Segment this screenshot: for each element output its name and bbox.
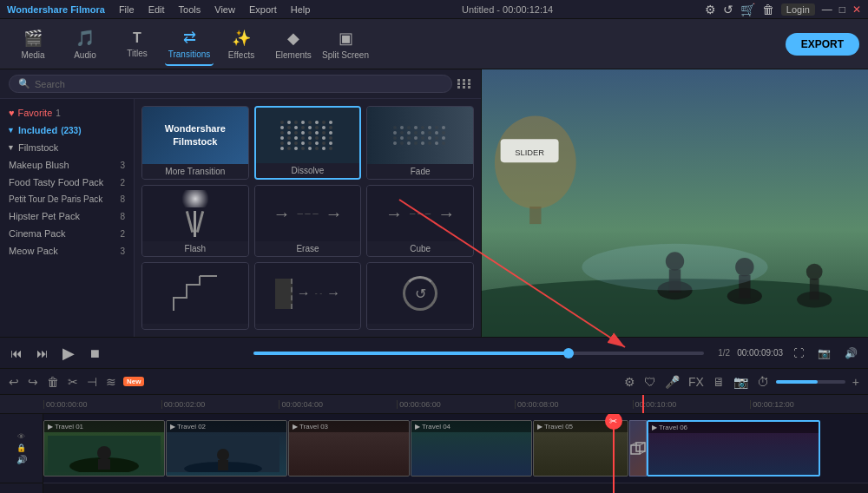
svg-rect-26: [636, 443, 645, 451]
transition-steps[interactable]: [141, 262, 249, 330]
transition-spin[interactable]: ↺: [366, 262, 474, 330]
skip-back-button[interactable]: ⏮: [7, 345, 26, 362]
clip-travel-02[interactable]: ▶ Travel 02: [166, 420, 287, 477]
toolbar-media[interactable]: 🎬 Media: [9, 23, 57, 66]
flash-lines-container: [178, 190, 213, 237]
filmstock-label: Filmstock: [18, 142, 58, 153]
dissolve-thumb: [256, 108, 360, 163]
preview-progress-handle[interactable]: [563, 348, 574, 358]
transition-cube[interactable]: → ─ ─ ─ → Cube: [366, 185, 474, 257]
stop-button[interactable]: ⏹: [85, 345, 104, 362]
transition-cube-timeline[interactable]: [629, 420, 647, 477]
fade-thumb: [367, 107, 473, 164]
eye-icon[interactable]: 👁: [17, 432, 25, 441]
menu-file[interactable]: File: [119, 4, 135, 15]
lock-icon[interactable]: 🔒: [16, 444, 26, 452]
zoom-slider[interactable]: [776, 380, 845, 384]
maximize-icon[interactable]: □: [839, 3, 845, 16]
zoom-in-button[interactable]: +: [851, 373, 861, 391]
menu-view[interactable]: View: [214, 4, 235, 15]
sidebar-item-makeup-blush[interactable]: Makeup Blush 3: [0, 156, 134, 174]
video-track[interactable]: ▶ Travel 01: [43, 414, 868, 483]
shield-button[interactable]: 🛡: [642, 373, 658, 391]
cut-button[interactable]: ✂: [66, 373, 80, 391]
refresh-icon[interactable]: ↺: [723, 3, 733, 16]
sidebar-item-meow-pack[interactable]: Meow Pack 3: [0, 242, 134, 260]
steps-thumb: [142, 263, 248, 324]
clip-travel-01[interactable]: ▶ Travel 01: [43, 420, 165, 477]
audio-wave-button[interactable]: ≋: [104, 373, 118, 391]
minimize-icon[interactable]: —: [822, 3, 832, 16]
toolbar-media-label: Media: [21, 50, 44, 60]
menu-export[interactable]: Export: [249, 4, 277, 15]
monitor-button[interactable]: 🖥: [711, 373, 727, 391]
spin-label: [367, 324, 473, 329]
toolbar-elements-label: Elements: [275, 50, 312, 60]
clip-travel-04[interactable]: ▶ Travel 04: [411, 420, 532, 477]
sidebar-item-paris-pack[interactable]: Petit Tour De Paris Pack 8: [0, 191, 134, 207]
menu-help[interactable]: Help: [291, 4, 311, 15]
play-button[interactable]: ▶: [59, 342, 78, 365]
export-button[interactable]: EXPORT: [786, 33, 859, 56]
clip-01-label: Travel 01: [55, 423, 83, 431]
clip-travel-03[interactable]: ▶ Travel 03: [288, 420, 410, 477]
clip-02-label: Travel 02: [177, 423, 206, 431]
sidebar-item-hipster-pack[interactable]: Hipster Pet Pack 8: [0, 207, 134, 225]
menu-tools[interactable]: Tools: [179, 4, 201, 15]
clock-button[interactable]: ⏱: [755, 373, 771, 391]
toolbar-transitions[interactable]: ⇄ Transitions: [165, 23, 214, 66]
preview-progress-bar[interactable]: [253, 352, 705, 355]
sidebar-item-cinema-pack[interactable]: Cinema Pack 2: [0, 225, 134, 242]
login-button[interactable]: Login: [781, 3, 815, 16]
cube-label: Cube: [367, 241, 473, 256]
settings2-button[interactable]: ⚙: [622, 373, 637, 391]
toolbar-split-screen[interactable]: ▣ Split Screen: [321, 23, 370, 66]
volume-button[interactable]: 🔊: [841, 345, 861, 361]
transition-flash[interactable]: Flash: [141, 185, 249, 257]
transition-erase[interactable]: → ─ ─ ─ → Erase: [254, 185, 362, 257]
toolbar-audio[interactable]: 🎵 Audio: [61, 23, 109, 66]
delete-button[interactable]: 🗑: [45, 373, 61, 391]
transition-more[interactable]: WondershareFilmstock More Transition: [141, 106, 249, 180]
cart-icon[interactable]: 🛒: [740, 3, 755, 16]
audio-track-label: ≋: [0, 483, 43, 493]
settings-icon[interactable]: ⚙: [705, 3, 716, 16]
clip-06-label: Travel 06: [659, 424, 687, 431]
ruler-mark-5: 00:00:10:00: [633, 400, 751, 409]
favorite-label: Favorite: [18, 108, 53, 118]
redo-button[interactable]: ↪: [26, 373, 40, 391]
camera-button[interactable]: 📷: [732, 373, 750, 391]
clip-travel-06[interactable]: ▶ Travel 06: [647, 420, 820, 477]
transition-dissolve[interactable]: Dissolve: [254, 106, 362, 180]
frame-back-button[interactable]: ⏭: [33, 345, 52, 362]
fullscreen-button[interactable]: ⛶: [790, 345, 807, 361]
sidebar-item-included[interactable]: ▼ Included (233): [0, 122, 134, 139]
sidebar-filmstock-section[interactable]: ▼ Filmstock: [0, 139, 134, 156]
menu-edit[interactable]: Edit: [148, 4, 165, 15]
mic-button[interactable]: 🎤: [663, 373, 681, 391]
sidebar-item-favorite[interactable]: ♥ Favorite 1: [0, 104, 134, 122]
split-button[interactable]: ⊣: [85, 373, 99, 391]
close-icon[interactable]: ✕: [852, 3, 861, 16]
trash-icon[interactable]: 🗑: [762, 3, 774, 16]
undo-button[interactable]: ↩: [7, 373, 21, 391]
search-box[interactable]: 🔍 Search: [9, 75, 452, 93]
fx-button[interactable]: FX: [687, 373, 706, 391]
toolbar: 🎬 Media 🎵 Audio T Titles ⇄ Transitions ✨…: [0, 19, 868, 69]
transition-wipe[interactable]: → - - →: [254, 262, 362, 330]
play-icon-01: ▶: [48, 423, 53, 431]
toolbar-titles[interactable]: T Titles: [113, 23, 161, 66]
audio-track-icon[interactable]: 🔊: [16, 455, 27, 464]
toolbar-effects[interactable]: ✨ Effects: [217, 23, 266, 66]
snapshot-button[interactable]: 📷: [814, 345, 834, 361]
transition-fade[interactable]: Fade: [366, 106, 474, 180]
paris-pack-count: 8: [120, 194, 125, 204]
zoom-fill: [776, 380, 818, 384]
toolbar-elements[interactable]: ◆ Elements: [269, 23, 318, 66]
expand-arrow-icon: ▼: [7, 126, 15, 135]
grid-view-icon[interactable]: [457, 79, 472, 89]
audio-track[interactable]: [43, 483, 868, 493]
sidebar-item-food-pack[interactable]: Food Tasty Food Pack 2: [0, 174, 134, 191]
dissolve-pattern: [280, 121, 334, 150]
transitions-grid: WondershareFilmstock More Transition: [135, 99, 481, 337]
